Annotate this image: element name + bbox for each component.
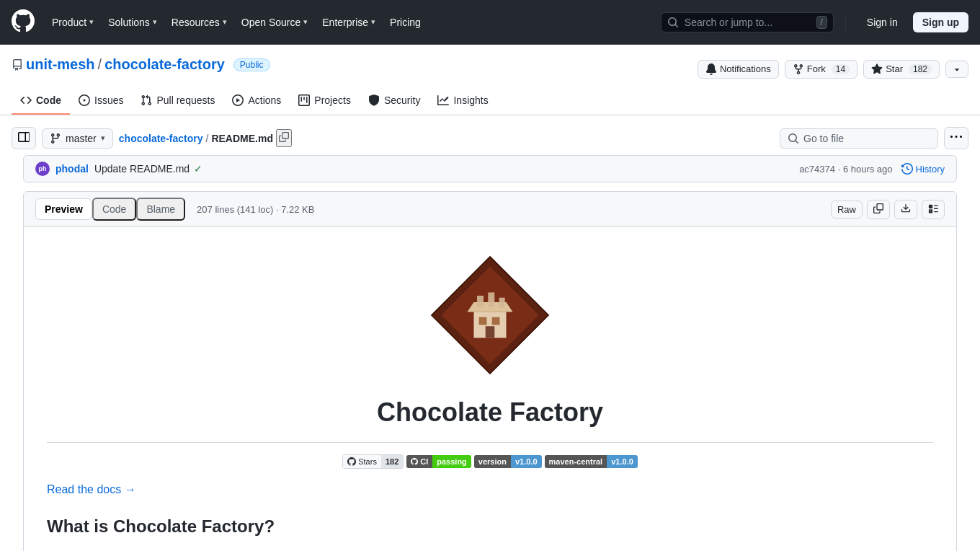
bell-icon bbox=[705, 63, 717, 75]
goto-file-input[interactable]: Go to file bbox=[780, 128, 938, 149]
readme-logo bbox=[47, 250, 933, 380]
check-icon: ✓ bbox=[194, 163, 202, 175]
repo-owner-link[interactable]: unit-mesh bbox=[26, 56, 95, 73]
commit-bar: ph phodal Update README.md ✓ ac74374 · 6… bbox=[23, 155, 957, 182]
download-button[interactable] bbox=[894, 200, 917, 219]
readme-title: Chocolate Factory bbox=[47, 397, 933, 428]
actions-icon bbox=[232, 94, 244, 106]
nav-pricing[interactable]: Pricing bbox=[384, 12, 427, 32]
copy-path-button[interactable] bbox=[276, 129, 292, 147]
repo-name-link[interactable]: chocolate-factory bbox=[104, 56, 225, 73]
ci-badge[interactable]: CI passing bbox=[406, 455, 471, 468]
chevron-down-icon: ▾ bbox=[303, 17, 308, 27]
branch-name: master bbox=[66, 133, 97, 144]
github-logo[interactable] bbox=[12, 9, 35, 35]
tab-pull-requests[interactable]: Pull requests bbox=[132, 87, 223, 115]
sign-up-button[interactable]: Sign up bbox=[913, 12, 968, 32]
fork-button[interactable]: Fork 14 bbox=[785, 60, 858, 79]
read-docs-container: Read the docs → bbox=[47, 483, 933, 511]
nav-open-source[interactable]: Open Source ▾ bbox=[236, 12, 314, 32]
chevron-down-icon: ▾ bbox=[223, 17, 227, 27]
breadcrumb-separator: / bbox=[206, 133, 209, 144]
add-star-button[interactable] bbox=[945, 61, 968, 78]
fork-icon bbox=[793, 63, 804, 75]
more-options-button[interactable] bbox=[944, 127, 968, 149]
sidebar-icon bbox=[18, 131, 30, 143]
svg-rect-6 bbox=[499, 298, 505, 308]
file-header-right: Go to file bbox=[780, 127, 968, 149]
nav-resources[interactable]: Resources ▾ bbox=[166, 12, 233, 32]
breadcrumb: unit-mesh / chocolate-factory Public bbox=[12, 56, 270, 73]
copy-icon bbox=[873, 203, 883, 213]
projects-icon bbox=[298, 94, 310, 106]
search-icon bbox=[667, 17, 679, 28]
file-info: 207 lines (141 loc) · 7.22 KB bbox=[197, 204, 314, 215]
maven-badge[interactable]: maven-central v1.0.0 bbox=[545, 455, 638, 468]
repo-actions: Notifications Fork 14 Star 182 bbox=[698, 60, 968, 79]
readme-content: Chocolate Factory Stars 182 bbox=[24, 227, 956, 551]
nav-solutions[interactable]: Solutions ▾ bbox=[102, 12, 163, 32]
header-divider bbox=[845, 14, 846, 30]
svg-rect-4 bbox=[477, 296, 484, 307]
header-nav: Product ▾ Solutions ▾ Resources ▾ Open S… bbox=[46, 12, 661, 32]
download-icon bbox=[901, 203, 911, 213]
star-icon bbox=[871, 63, 883, 75]
tab-preview[interactable]: Preview bbox=[35, 198, 92, 220]
insights-icon bbox=[437, 94, 449, 106]
stars-badge[interactable]: Stars 182 bbox=[342, 454, 404, 469]
file-content-wrapper: Preview Code Blame 207 lines (141 loc) ·… bbox=[23, 191, 957, 551]
tab-issues[interactable]: Issues bbox=[70, 87, 132, 115]
file-tabs-bar: Preview Code Blame 207 lines (141 loc) ·… bbox=[24, 192, 956, 227]
tab-security[interactable]: Security bbox=[360, 87, 429, 115]
notifications-button[interactable]: Notifications bbox=[698, 60, 779, 79]
file-actions: Raw bbox=[831, 200, 945, 219]
star-button[interactable]: Star 182 bbox=[863, 60, 940, 79]
commit-hash: ac74374 · 6 hours ago bbox=[799, 164, 892, 175]
search-placeholder-text: Search or jump to... bbox=[685, 17, 811, 28]
sign-in-button[interactable]: Sign in bbox=[858, 12, 907, 32]
outline-button[interactable] bbox=[922, 200, 945, 219]
file-area: master ▾ chocolate-factory / README.md G… bbox=[0, 115, 980, 551]
copy-raw-button[interactable] bbox=[867, 200, 890, 219]
tab-projects[interactable]: Projects bbox=[290, 87, 360, 115]
repo-top: unit-mesh / chocolate-factory Public Not… bbox=[12, 56, 968, 81]
branch-selector[interactable]: master ▾ bbox=[42, 128, 113, 149]
tab-actions[interactable]: Actions bbox=[223, 87, 290, 115]
copy-icon bbox=[279, 132, 289, 142]
readme-badges: Stars 182 CI passing version bbox=[47, 454, 933, 469]
svg-rect-5 bbox=[488, 293, 494, 307]
commit-author[interactable]: phodal bbox=[55, 163, 89, 175]
tab-code[interactable]: Code bbox=[12, 87, 70, 115]
readme-section-title: What is Chocolate Factory? bbox=[47, 516, 933, 537]
svg-rect-8 bbox=[492, 317, 500, 325]
site-header: Product ▾ Solutions ▾ Resources ▾ Open S… bbox=[0, 0, 980, 45]
search-icon bbox=[788, 133, 799, 144]
code-icon bbox=[20, 94, 32, 106]
branch-icon bbox=[50, 133, 61, 144]
header-search: Search or jump to... / Sign in Sign up bbox=[661, 12, 968, 32]
tab-insights[interactable]: Insights bbox=[429, 87, 496, 115]
breadcrumb-repo-link[interactable]: chocolate-factory bbox=[119, 133, 203, 144]
tab-blame[interactable]: Blame bbox=[136, 198, 185, 221]
chevron-down-icon: ▾ bbox=[153, 17, 157, 27]
chevron-down-icon: ▾ bbox=[371, 17, 375, 27]
history-button[interactable]: History bbox=[901, 163, 945, 175]
search-box[interactable]: Search or jump to... / bbox=[661, 12, 834, 32]
fork-count: 14 bbox=[832, 64, 850, 74]
star-count: 182 bbox=[909, 64, 932, 74]
branch-chevron-icon: ▾ bbox=[101, 133, 105, 143]
readme-divider bbox=[47, 442, 933, 443]
chevron-down-icon: ▾ bbox=[89, 17, 94, 27]
read-docs-link[interactable]: Read the docs → bbox=[47, 483, 136, 496]
repo-icon bbox=[12, 59, 23, 71]
sidebar-toggle-button[interactable] bbox=[12, 127, 36, 149]
chocolate-factory-logo bbox=[425, 250, 555, 380]
version-badge[interactable]: version v1.0.0 bbox=[474, 455, 542, 468]
raw-button[interactable]: Raw bbox=[831, 200, 863, 219]
history-icon bbox=[901, 163, 913, 175]
tab-code[interactable]: Code bbox=[92, 198, 136, 221]
nav-product[interactable]: Product ▾ bbox=[46, 12, 99, 32]
search-shortcut-kbd: / bbox=[816, 16, 827, 29]
more-icon bbox=[950, 131, 962, 143]
nav-enterprise[interactable]: Enterprise ▾ bbox=[316, 12, 381, 32]
